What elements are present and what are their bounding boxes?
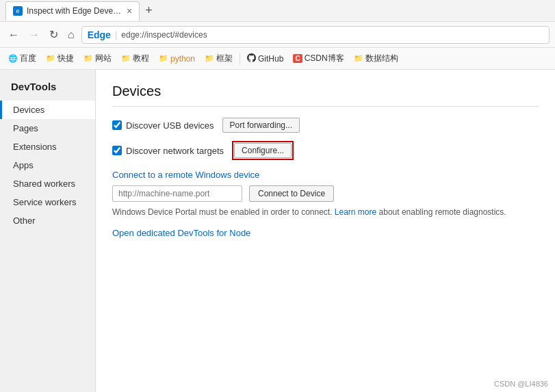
sidebar-item-pages-label: Pages	[13, 123, 38, 133]
discover-network-text: Discover network targets	[126, 146, 224, 156]
discover-network-row: Discover network targets Configure...	[112, 141, 539, 160]
sidebar-item-extensions-label: Extensions	[13, 142, 57, 152]
sidebar-item-shared-workers[interactable]: Shared workers	[0, 174, 95, 193]
bookmark-framework[interactable]: 📁 框架	[201, 51, 237, 66]
csdn-icon: C	[293, 54, 302, 63]
bookmark-baidu[interactable]: 🌐 百度	[4, 51, 40, 66]
remote-section: Connect to a remote Windows device Conne…	[112, 170, 539, 217]
discover-usb-checkbox[interactable]	[112, 120, 122, 130]
connect-to-device-button[interactable]: Connect to Device	[249, 185, 334, 202]
connect-row: Connect to Device	[112, 185, 539, 202]
bookmark-tutorial[interactable]: 📁 教程	[117, 51, 153, 66]
devtools-node-link[interactable]: Open dedicated DevTools for Node	[112, 228, 250, 238]
sidebar-item-apps-label: Apps	[13, 160, 34, 170]
folder-icon: 📁	[205, 54, 214, 63]
sidebar-item-extensions[interactable]: Extensions	[0, 138, 95, 156]
tab-favicon: e	[13, 6, 23, 16]
active-tab[interactable]: e Inspect with Edge Developer Too ×	[5, 1, 140, 21]
folder-icon: 📁	[83, 54, 93, 63]
bookmark-data-structure[interactable]: 📁 数据结构	[350, 51, 402, 66]
discover-usb-text: Discover USB devices	[126, 120, 214, 131]
bookmark-quick-label: 快捷	[57, 53, 74, 64]
bookmark-python-label: python	[170, 54, 195, 64]
address-separator: |	[115, 29, 117, 40]
sidebar-item-other[interactable]: Other	[0, 211, 95, 230]
configure-button[interactable]: Configure...	[234, 143, 292, 158]
sidebar-item-pages[interactable]: Pages	[0, 119, 95, 138]
folder-icon: 📁	[354, 54, 363, 63]
discover-network-label[interactable]: Discover network targets	[112, 146, 224, 156]
folder-icon: 📁	[159, 54, 168, 63]
warning-text: Windows Device Portal must be enabled in…	[112, 207, 539, 217]
titlebar: e Inspect with Edge Developer Too × +	[0, 0, 555, 22]
sidebar-item-other-label: Other	[13, 215, 36, 226]
bookmarks-bar: 🌐 百度 📁 快捷 📁 网站 📁 教程 📁 python 📁 框架 GitHub…	[0, 48, 555, 70]
sidebar: DevTools Devices Pages Extensions Apps S…	[0, 70, 96, 392]
address-url: edge://inspect/#devices	[121, 30, 207, 40]
edge-logo: Edge	[88, 29, 111, 40]
bookmark-tutorial-label: 教程	[133, 53, 149, 64]
forward-button[interactable]: →	[26, 27, 42, 42]
sidebar-item-shared-workers-label: Shared workers	[13, 179, 75, 189]
baidu-icon: 🌐	[8, 54, 18, 63]
back-button[interactable]: ←	[5, 27, 22, 42]
new-tab-button[interactable]: +	[145, 3, 153, 18]
bookmark-quick[interactable]: 📁 快捷	[42, 51, 78, 66]
connect-input[interactable]	[112, 185, 242, 202]
sidebar-item-service-workers-label: Service workers	[13, 197, 76, 207]
github-icon	[247, 53, 256, 64]
bookmark-github[interactable]: GitHub	[243, 51, 287, 66]
tab-title: Inspect with Edge Developer Too	[27, 6, 122, 16]
discover-usb-label[interactable]: Discover USB devices	[112, 120, 214, 131]
tab-close-button[interactable]: ×	[127, 5, 132, 16]
page-title: Devices	[112, 83, 539, 107]
folder-icon: 📁	[121, 54, 131, 63]
tab-bar: e Inspect with Edge Developer Too × +	[5, 1, 153, 21]
learn-more-link[interactable]: Learn more	[335, 207, 376, 217]
bookmark-framework-label: 框架	[216, 53, 233, 64]
main-content: Devices Discover USB devices Port forwar…	[96, 70, 555, 392]
remote-section-label: Connect to a remote Windows device	[112, 170, 539, 180]
discover-network-checkbox[interactable]	[112, 146, 122, 155]
bookmark-github-label: GitHub	[258, 54, 283, 64]
page-content: DevTools Devices Pages Extensions Apps S…	[0, 70, 555, 392]
port-forwarding-button[interactable]: Port forwarding...	[222, 118, 300, 133]
sidebar-item-service-workers[interactable]: Service workers	[0, 193, 95, 211]
sidebar-item-devices-label: Devices	[13, 105, 44, 115]
bookmark-site[interactable]: 📁 网站	[79, 51, 116, 66]
sidebar-item-devices[interactable]: Devices	[0, 101, 95, 119]
bookmark-python[interactable]: 📁 python	[155, 52, 199, 66]
bookmark-baidu-label: 百度	[20, 53, 36, 64]
address-bar[interactable]: Edge | edge://inspect/#devices	[81, 26, 550, 44]
bookmark-csdn-label: CSDN博客	[305, 53, 344, 64]
discover-usb-row: Discover USB devices Port forwarding...	[112, 118, 539, 133]
warning-prefix: Windows Device Portal must be enabled in…	[112, 207, 333, 217]
folder-icon: 📁	[46, 54, 55, 63]
nav-bar: ← → ↻ ⌂ Edge | edge://inspect/#devices	[0, 22, 555, 48]
footer-watermark: CSDN @LI4836	[494, 380, 548, 388]
bookmark-csdn[interactable]: C CSDN博客	[289, 51, 348, 66]
bookmarks-separator	[240, 53, 240, 65]
warning-suffix: about enabling remote diagnostics.	[379, 207, 506, 217]
bookmark-data-structure-label: 数据结构	[365, 53, 398, 64]
configure-btn-wrapper: Configure...	[232, 141, 294, 160]
home-button[interactable]: ⌂	[65, 27, 77, 42]
sidebar-item-apps[interactable]: Apps	[0, 156, 95, 174]
bookmark-site-label: 网站	[95, 53, 112, 64]
sidebar-title: DevTools	[0, 81, 95, 101]
reload-button[interactable]: ↻	[47, 27, 61, 42]
